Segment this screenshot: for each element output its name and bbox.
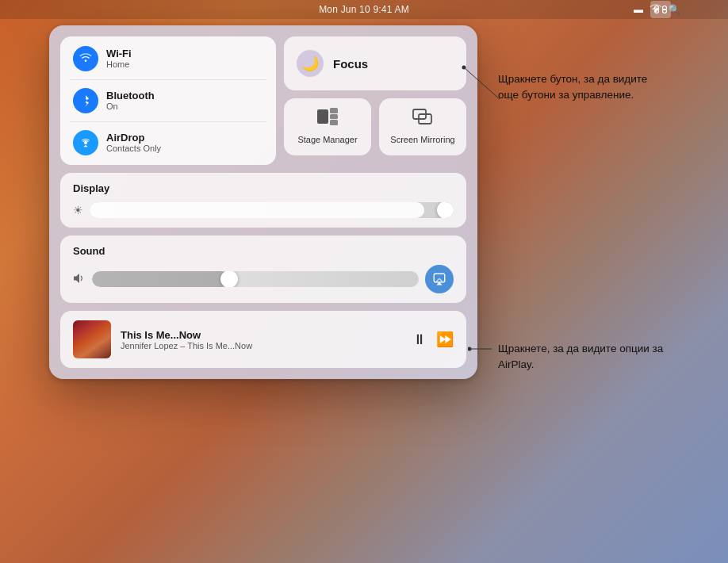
bluetooth-subtitle: On [106, 101, 155, 112]
pause-button[interactable]: ⏸ [412, 332, 427, 347]
svg-rect-5 [317, 109, 328, 124]
svg-rect-6 [330, 108, 338, 113]
svg-point-4 [84, 141, 87, 144]
focus-tile[interactable]: 🌙 Focus [284, 36, 466, 90]
sound-label: Sound [73, 245, 454, 257]
divider-1 [70, 79, 266, 80]
brightness-low-icon: ☀ [73, 204, 83, 216]
bluetooth-title: Bluetooth [106, 90, 155, 102]
screen-mirroring-icon [412, 108, 433, 130]
airdrop-item[interactable]: AirDrop Contacts Only [73, 130, 263, 155]
bluetooth-item[interactable]: Bluetooth On [73, 88, 263, 113]
bottom-right-tiles: Stage Manager Screen Mirroring [284, 98, 466, 155]
svg-rect-8 [330, 120, 338, 125]
control-center-menubar-btn[interactable] [650, 1, 671, 18]
svg-rect-7 [330, 114, 338, 119]
network-tile: Wi-Fi Home Bluetooth On [60, 36, 276, 165]
album-art-image [73, 320, 111, 358]
display-tile: Display ☀ [60, 173, 466, 228]
airplay-button[interactable] [425, 265, 454, 293]
volume-slider[interactable] [92, 271, 419, 287]
wifi-text: Wi-Fi Home [106, 48, 132, 71]
control-center-panel: Wi-Fi Home Bluetooth On [49, 25, 477, 379]
now-playing-tile: This Is Me...Now Jennifer Lopez – This I… [60, 311, 466, 368]
sound-tile: Sound [60, 236, 466, 303]
callout-1-text: Щракнете бутон, за да видите още бутони … [498, 73, 647, 101]
screen-mirroring-tile[interactable]: Screen Mirroring [379, 98, 466, 155]
stage-manager-label: Stage Manager [297, 135, 357, 145]
bluetooth-icon [79, 94, 92, 107]
stage-manager-icon [317, 108, 338, 130]
now-playing-info: This Is Me...Now Jennifer Lopez – This I… [121, 329, 403, 350]
now-playing-title: This Is Me...Now [121, 329, 403, 341]
airdrop-icon [79, 136, 92, 149]
volume-fill [92, 271, 229, 287]
divider-2 [70, 121, 266, 122]
airdrop-text: AirDrop Contacts Only [106, 132, 161, 155]
volume-low-icon [73, 273, 86, 286]
screen-mirroring-label: Screen Mirroring [390, 135, 454, 145]
menubar-icons: ▬ 🔍 [634, 4, 680, 16]
battery-icon: ▬ [634, 4, 643, 15]
sound-row [73, 265, 454, 293]
now-playing-controls: ⏸ ⏩ [412, 332, 454, 347]
wifi-item[interactable]: Wi-Fi Home [73, 46, 263, 71]
display-label: Display [73, 182, 454, 194]
display-slider-row: ☀ [73, 202, 454, 218]
wifi-icon [79, 52, 92, 65]
wifi-subtitle: Home [106, 59, 132, 70]
menubar-date: Mon Jun 10 9:41 AM [319, 4, 409, 15]
brightness-thumb[interactable] [437, 202, 454, 218]
now-playing-artist: Jennifer Lopez – This Is Me...Now [121, 341, 403, 350]
callout-1: Щракнете бутон, за да видите още бутони … [498, 71, 665, 104]
bluetooth-text: Bluetooth On [106, 90, 155, 113]
top-row: Wi-Fi Home Bluetooth On [60, 36, 466, 165]
brightness-fill [90, 202, 424, 218]
airdrop-title: AirDrop [106, 132, 161, 144]
callout-2: Щракнете, за да видите опции за AirPlay. [498, 341, 665, 373]
menubar: Mon Jun 10 9:41 AM ▬ 🔍 [0, 0, 728, 19]
airdrop-icon-bg [73, 130, 98, 155]
stage-manager-tile[interactable]: Stage Manager [284, 98, 371, 155]
bluetooth-icon-bg [73, 88, 98, 113]
album-art [73, 320, 111, 358]
wifi-title: Wi-Fi [106, 48, 132, 60]
airdrop-subtitle: Contacts Only [106, 144, 161, 154]
callout-2-text: Щракнете, за да видите опции за AirPlay. [498, 343, 663, 370]
focus-label: Focus [333, 57, 368, 71]
right-tiles: 🌙 Focus Stage Manager [284, 36, 466, 165]
focus-icon: 🌙 [297, 50, 324, 77]
brightness-slider[interactable] [90, 202, 454, 218]
fast-forward-button[interactable]: ⏩ [436, 332, 454, 347]
volume-thumb[interactable] [220, 271, 238, 287]
wifi-icon-bg [73, 46, 98, 71]
